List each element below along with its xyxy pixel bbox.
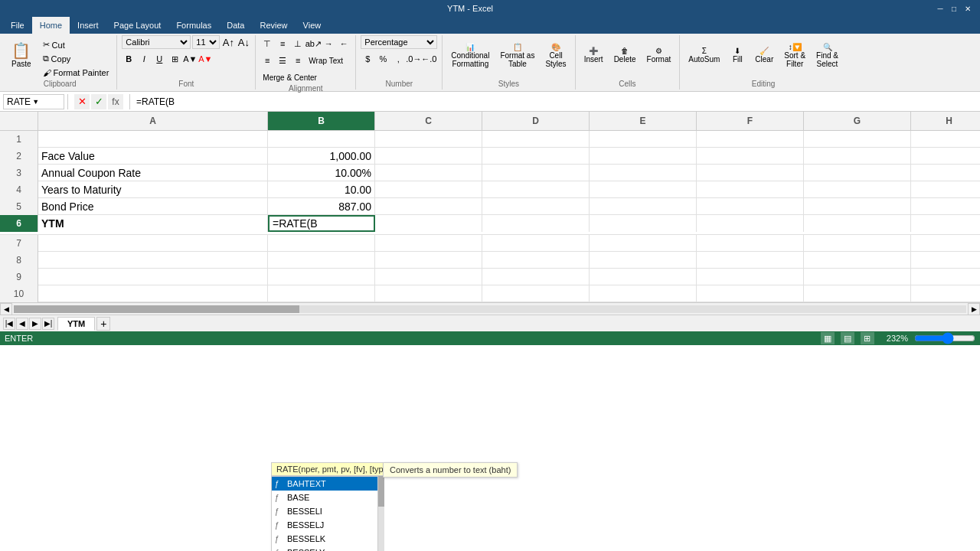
tab-formulas[interactable]: Formulas — [168, 17, 219, 34]
cell-f2[interactable] — [697, 148, 804, 165]
cell-a10[interactable] — [38, 285, 268, 302]
cell-a6[interactable]: YTM — [38, 215, 268, 232]
accounting-btn[interactable]: $ — [361, 52, 374, 66]
align-center-btn[interactable]: ☰ — [276, 54, 289, 67]
conditional-formatting-button[interactable]: 📊 ConditionalFormatting — [447, 35, 493, 75]
increase-decimal-btn[interactable]: .0→ — [407, 52, 420, 66]
align-bottom-btn[interactable]: ⊥ — [291, 37, 305, 51]
cell-b5[interactable]: 887.00 — [268, 198, 375, 215]
cell-a3[interactable]: Annual Coupon Rate — [38, 165, 268, 181]
cell-c8[interactable] — [375, 252, 482, 269]
cell-g2[interactable] — [804, 148, 911, 165]
col-header-g[interactable]: G — [804, 112, 911, 130]
bold-button[interactable]: B — [122, 52, 136, 66]
tab-review[interactable]: Review — [252, 17, 295, 34]
cell-g6[interactable] — [804, 215, 911, 232]
increase-font-btn[interactable]: A↑ — [221, 35, 235, 49]
zoom-slider[interactable] — [914, 334, 975, 342]
cell-c6[interactable] — [375, 215, 482, 232]
cell-e5[interactable] — [590, 198, 697, 215]
cell-h2[interactable] — [911, 148, 980, 165]
font-color-button[interactable]: A▼ — [198, 52, 212, 66]
cell-a4[interactable]: Years to Maturity — [38, 181, 268, 198]
copy-button[interactable]: ⧉ Copy — [40, 52, 113, 65]
name-box-dropdown-icon[interactable]: ▼ — [32, 98, 39, 106]
align-left-btn[interactable]: ≡ — [260, 54, 274, 67]
add-sheet-button[interactable]: + — [96, 317, 110, 331]
insert-button[interactable]: ➕ Insert — [580, 35, 607, 75]
page-layout-view-btn[interactable]: ▤ — [841, 332, 854, 344]
col-header-f[interactable]: F — [697, 112, 804, 130]
normal-view-btn[interactable]: ▦ — [821, 332, 835, 344]
autocomplete-list[interactable]: ƒ BAHTEXT ƒ BASE ƒ BESSELI ƒ BESSELJ ƒ — [271, 476, 378, 551]
cell-h9[interactable] — [911, 269, 980, 285]
minimize-btn[interactable]: ─ — [934, 3, 946, 14]
cell-b9[interactable] — [268, 269, 375, 285]
cell-d9[interactable] — [482, 269, 590, 285]
autosum-button[interactable]: Σ AutoSum — [684, 35, 724, 75]
clear-button[interactable]: 🧹 Clear — [751, 35, 777, 75]
cell-h7[interactable] — [911, 235, 980, 252]
outdent-btn[interactable]: ← — [337, 37, 351, 51]
paste-button[interactable]: 📋 Paste — [8, 35, 35, 75]
align-middle-btn[interactable]: ≡ — [276, 37, 289, 51]
confirm-formula-btn[interactable]: ✓ — [91, 94, 106, 109]
name-box[interactable]: RATE ▼ — [3, 94, 64, 109]
delete-button[interactable]: 🗑 Delete — [610, 35, 640, 75]
cell-c3[interactable] — [375, 165, 482, 181]
cell-c5[interactable] — [375, 198, 482, 215]
cell-g10[interactable] — [804, 285, 911, 302]
cell-c9[interactable] — [375, 269, 482, 285]
cell-c2[interactable] — [375, 148, 482, 165]
cell-h5[interactable] — [911, 198, 980, 215]
cell-c1[interactable] — [375, 131, 482, 148]
sheet-tab-ytm[interactable]: YTM — [57, 317, 95, 331]
col-header-e[interactable]: E — [590, 112, 697, 130]
scroll-right-btn[interactable]: ▶ — [968, 303, 980, 315]
cell-d5[interactable] — [482, 198, 590, 215]
cell-g1[interactable] — [804, 131, 911, 148]
col-header-a[interactable]: A — [38, 112, 268, 130]
italic-button[interactable]: I — [137, 52, 151, 66]
cell-g9[interactable] — [804, 269, 911, 285]
cell-f8[interactable] — [697, 252, 804, 269]
cell-f3[interactable] — [697, 165, 804, 181]
cell-e3[interactable] — [590, 165, 697, 181]
percent-btn[interactable]: % — [376, 52, 390, 66]
cell-d10[interactable] — [482, 285, 590, 302]
font-size-select[interactable]: 11 — [192, 35, 220, 49]
cell-b8[interactable] — [268, 252, 375, 269]
cell-styles-button[interactable]: 🎨 CellStyles — [541, 35, 570, 75]
comma-btn[interactable]: , — [391, 52, 405, 66]
sort-filter-button[interactable]: ↕🔽 Sort &Filter — [780, 35, 809, 75]
tab-page-layout[interactable]: Page Layout — [106, 17, 169, 34]
formula-input[interactable] — [133, 96, 977, 107]
cell-b10[interactable] — [268, 285, 375, 302]
col-header-c[interactable]: C — [375, 112, 482, 130]
autocomplete-item-base[interactable]: ƒ BASE — [272, 491, 377, 504]
cell-f7[interactable] — [697, 235, 804, 252]
cell-d4[interactable] — [482, 181, 590, 198]
fill-button[interactable]: ⬇ Fill — [727, 35, 748, 75]
cell-g4[interactable] — [804, 181, 911, 198]
cell-f10[interactable] — [697, 285, 804, 302]
cell-h4[interactable] — [911, 181, 980, 198]
maximize-btn[interactable]: □ — [948, 3, 960, 14]
autocomplete-item-besseli[interactable]: ƒ BESSELI — [272, 504, 377, 518]
cell-e6[interactable] — [590, 215, 697, 232]
cell-e2[interactable] — [590, 148, 697, 165]
cell-c10[interactable] — [375, 285, 482, 302]
scroll-left-btn[interactable]: ◀ — [0, 303, 12, 315]
cell-d3[interactable] — [482, 165, 590, 181]
cell-a8[interactable] — [38, 252, 268, 269]
decrease-font-btn[interactable]: A↓ — [237, 35, 250, 49]
tab-view[interactable]: View — [296, 17, 329, 34]
tab-home[interactable]: Home — [32, 17, 70, 34]
format-painter-button[interactable]: 🖌 Format Painter — [40, 66, 113, 79]
autocomplete-item-bahtext[interactable]: ƒ BAHTEXT — [272, 477, 377, 491]
sheet-nav-next-btn[interactable]: ▶ — [29, 318, 41, 330]
merge-center-button[interactable]: Merge & Center — [260, 71, 319, 83]
cell-e7[interactable] — [590, 235, 697, 252]
cell-f9[interactable] — [697, 269, 804, 285]
font-name-select[interactable]: Calibri — [122, 35, 191, 49]
